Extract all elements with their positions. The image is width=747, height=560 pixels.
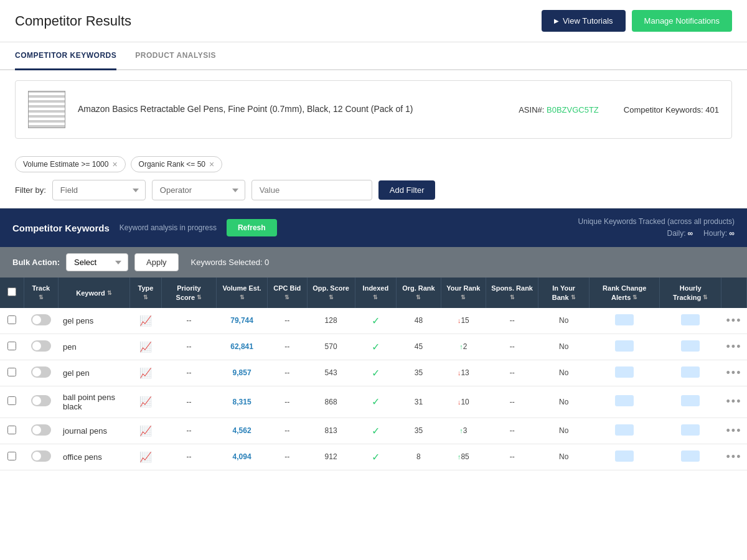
row-checkbox-cell[interactable] (0, 386, 24, 418)
th-track[interactable]: Track ⇅ (24, 278, 59, 308)
track-toggle-1[interactable] (31, 340, 51, 352)
bulk-select[interactable]: Select (66, 253, 128, 271)
hourly-toggle-5[interactable] (681, 450, 700, 462)
row-checkbox-5[interactable] (7, 452, 16, 460)
volume-link-0[interactable]: 79,744 (230, 316, 253, 325)
th-org-rank[interactable]: Org. Rank ⇅ (397, 278, 441, 308)
row-checkbox-cell[interactable] (0, 308, 24, 334)
row-hourly-0[interactable] (660, 308, 721, 334)
row-rank-change-5[interactable] (590, 444, 660, 470)
hourly-toggle-4[interactable] (681, 424, 700, 436)
th-hourly-tracking[interactable]: Hourly Tracking ⇅ (660, 278, 721, 308)
refresh-button[interactable]: Refresh (227, 219, 277, 236)
volume-link-1[interactable]: 62,841 (230, 342, 253, 351)
volume-link-3[interactable]: 8,315 (233, 398, 251, 406)
remove-filter-0[interactable]: × (112, 160, 117, 169)
row-checkbox-cell[interactable] (0, 334, 24, 360)
th-indexed[interactable]: Indexed ⇅ (355, 278, 397, 308)
rank-change-toggle-5[interactable] (615, 450, 634, 462)
th-rank-change-alerts[interactable]: Rank Change Alerts ⇅ (590, 278, 660, 308)
select-all-checkbox[interactable] (7, 287, 16, 296)
hourly-toggle-1[interactable] (681, 340, 700, 352)
hourly-toggle-0[interactable] (681, 314, 700, 325)
manage-notifications-button[interactable]: Manage Notifications (632, 10, 732, 32)
th-opp-score[interactable]: Opp. Score ⇅ (307, 278, 355, 308)
row-more-4[interactable]: ••• (721, 418, 747, 444)
volume-link-5[interactable]: 4,094 (233, 452, 251, 461)
volume-link-2[interactable]: 9,857 (233, 368, 251, 377)
row-track-3[interactable] (24, 386, 59, 418)
row-checkbox-4[interactable] (7, 426, 16, 434)
th-your-rank[interactable]: Your Rank ⇅ (441, 278, 486, 308)
row-volume-0[interactable]: 79,744 (217, 308, 267, 334)
volume-link-4[interactable]: 4,562 (233, 426, 251, 435)
row-more-0[interactable]: ••• (721, 308, 747, 334)
row-track-2[interactable] (24, 360, 59, 386)
track-toggle-4[interactable] (31, 424, 51, 436)
more-menu-2[interactable]: ••• (726, 366, 742, 379)
th-in-your-bank[interactable]: In Your Bank ⇅ (538, 278, 590, 308)
track-toggle-0[interactable] (31, 314, 51, 325)
more-menu-1[interactable]: ••• (726, 340, 742, 353)
row-volume-2[interactable]: 9,857 (217, 360, 267, 386)
row-track-1[interactable] (24, 334, 59, 360)
row-volume-5[interactable]: 4,094 (217, 444, 267, 470)
asin-link[interactable]: B0BZVGC5TZ (547, 105, 599, 114)
track-toggle-3[interactable] (31, 395, 51, 406)
row-track-0[interactable] (24, 308, 59, 334)
row-checkbox-2[interactable] (7, 368, 16, 376)
track-toggle-5[interactable] (31, 450, 51, 462)
row-more-5[interactable]: ••• (721, 444, 747, 470)
th-spons-rank[interactable]: Spons. Rank ⇅ (486, 278, 538, 308)
th-checkbox[interactable] (0, 278, 24, 308)
row-checkbox-0[interactable] (7, 315, 16, 324)
th-cpc-bid[interactable]: CPC Bid ⇅ (267, 278, 307, 308)
row-checkbox-cell[interactable] (0, 360, 24, 386)
tab-competitor-keywords[interactable]: COMPETITOR KEYWORDS (15, 42, 116, 70)
filter-field-select[interactable]: Field (52, 180, 146, 200)
filter-operator-select[interactable]: Operator (152, 180, 245, 200)
row-more-3[interactable]: ••• (721, 386, 747, 418)
tab-product-analysis[interactable]: PRODUCT ANALYSIS (135, 42, 216, 70)
row-track-5[interactable] (24, 444, 59, 470)
filter-value-input[interactable] (251, 180, 372, 200)
row-hourly-1[interactable] (660, 334, 721, 360)
row-track-4[interactable] (24, 418, 59, 444)
row-hourly-2[interactable] (660, 360, 721, 386)
rank-change-toggle-0[interactable] (615, 314, 634, 325)
rank-change-toggle-4[interactable] (615, 424, 634, 436)
row-checkbox-cell[interactable] (0, 444, 24, 470)
rank-change-toggle-3[interactable] (615, 395, 634, 406)
more-menu-5[interactable]: ••• (726, 450, 742, 463)
table-scroll-area[interactable]: Track ⇅ Keyword ⇅ Type ⇅ Priority Score … (0, 278, 747, 470)
row-rank-change-1[interactable] (590, 334, 660, 360)
hourly-toggle-2[interactable] (681, 366, 700, 378)
row-hourly-5[interactable] (660, 444, 721, 470)
row-more-2[interactable]: ••• (721, 360, 747, 386)
row-volume-3[interactable]: 8,315 (217, 386, 267, 418)
track-toggle-2[interactable] (31, 366, 51, 378)
th-volume-est[interactable]: Volume Est. ⇅ (217, 278, 267, 308)
hourly-toggle-3[interactable] (681, 395, 700, 406)
rank-change-toggle-2[interactable] (615, 366, 634, 378)
row-rank-change-0[interactable] (590, 308, 660, 334)
row-volume-4[interactable]: 4,562 (217, 418, 267, 444)
remove-filter-1[interactable]: × (209, 160, 214, 169)
rank-change-toggle-1[interactable] (615, 340, 634, 352)
view-tutorials-button[interactable]: View Tutorials (542, 10, 626, 32)
more-menu-0[interactable]: ••• (726, 314, 742, 327)
th-keyword[interactable]: Keyword ⇅ (58, 278, 130, 308)
row-rank-change-4[interactable] (590, 418, 660, 444)
row-rank-change-3[interactable] (590, 386, 660, 418)
row-hourly-3[interactable] (660, 386, 721, 418)
apply-button[interactable]: Apply (134, 253, 179, 271)
row-checkbox-1[interactable] (7, 342, 16, 350)
row-checkbox-3[interactable] (7, 396, 16, 405)
row-hourly-4[interactable] (660, 418, 721, 444)
more-menu-3[interactable]: ••• (726, 395, 742, 408)
add-filter-button[interactable]: Add Filter (378, 180, 436, 200)
th-priority-score[interactable]: Priority Score ⇅ (161, 278, 217, 308)
row-more-1[interactable]: ••• (721, 334, 747, 360)
more-menu-4[interactable]: ••• (726, 424, 742, 437)
row-volume-1[interactable]: 62,841 (217, 334, 267, 360)
